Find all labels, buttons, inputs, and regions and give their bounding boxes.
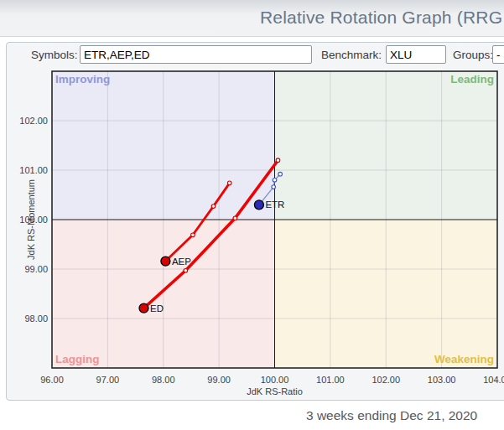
trail-marker-AEP [227, 181, 231, 185]
x-tick-label: 103.00 [428, 375, 456, 385]
trail-marker-ED [233, 216, 237, 220]
y-axis-title: JdK RS-Momentum [26, 179, 36, 260]
x-tick-label: 97.00 [96, 375, 120, 385]
symbol-label-ETR: ETR [265, 199, 284, 210]
x-axis-title: JdK RS-Ratio [247, 386, 303, 396]
y-tick-label: 101.00 [19, 165, 48, 175]
x-tick-label: 98.00 [152, 375, 175, 385]
trail-marker-ED [184, 268, 188, 272]
x-tick-label: 99.00 [207, 375, 231, 385]
x-tick-label: 96.00 [40, 375, 64, 385]
symbol-dot-ED[interactable] [139, 303, 148, 313]
symbol-label-AEP: AEP [172, 256, 191, 267]
quadrant-label-improving: Improving [55, 73, 110, 85]
trail-marker-ED [276, 158, 280, 163]
trail-marker-ETR [272, 185, 276, 189]
trail-marker-ETR [278, 172, 283, 176]
quadrant-label-weakening: Weakening [434, 353, 494, 365]
x-tick-label: 100.00 [261, 375, 289, 385]
quadrant-label-lagging: Lagging [55, 353, 100, 365]
y-tick-label: 102.00 [19, 116, 48, 126]
quadrant-label-leading: Leading [450, 73, 494, 85]
x-tick-label: 104.00 [483, 375, 504, 385]
trail-marker-ETR [273, 179, 277, 183]
x-tick-label: 102.00 [372, 375, 400, 385]
trail-marker-AEP [211, 205, 216, 209]
rrg-chart: ImprovingLeadingLaggingWeakening96.0097.… [0, 0, 504, 401]
y-tick-label: 99.00 [24, 264, 48, 274]
chart-caption: 3 weeks ending Dec 21, 2020 [306, 408, 477, 423]
trail-marker-AEP [191, 233, 195, 237]
symbol-label-ED: ED [150, 303, 164, 313]
x-tick-label: 101.00 [316, 375, 345, 385]
symbol-dot-ETR[interactable] [254, 200, 263, 210]
y-tick-label: 98.00 [24, 313, 48, 324]
symbol-dot-AEP[interactable] [161, 256, 170, 266]
